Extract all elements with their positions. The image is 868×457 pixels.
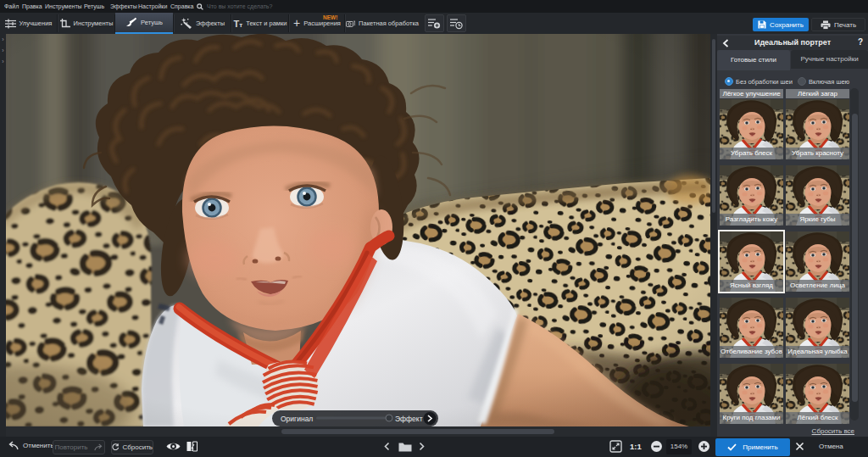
svg-text:Оригинал: Оригинал [281,415,313,423]
svg-text:Эффект: Эффект [395,415,423,423]
